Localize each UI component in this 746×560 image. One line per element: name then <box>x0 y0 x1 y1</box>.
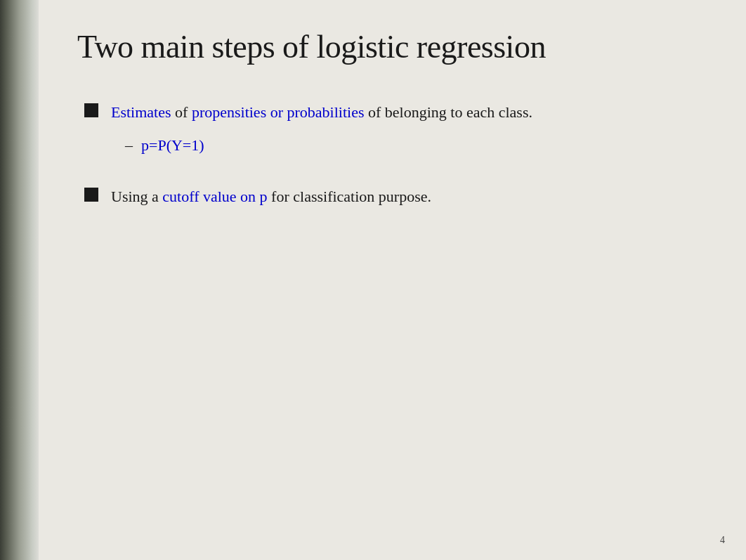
bullet-item-1: Estimates of propensities or probabiliti… <box>84 100 711 157</box>
bullet-icon-2 <box>84 188 98 202</box>
page-number: 4 <box>720 535 725 546</box>
propensities-text: propensities or probabilities <box>192 103 365 121</box>
slide-title: Two main steps of logistic regression <box>77 28 711 65</box>
bullet-item-2: Using a cutoff value on p for classifica… <box>84 185 711 208</box>
bullet-list: Estimates of propensities or probabiliti… <box>77 100 711 208</box>
bullet-icon-1 <box>84 103 98 117</box>
suffix-text-1: of belonging to each class. <box>368 103 532 121</box>
sub-bullet: – p=P(Y=1) <box>111 134 711 157</box>
cutoff-text: cutoff value on p <box>162 188 267 205</box>
dash-icon: – <box>125 134 133 157</box>
estimates-text: Estimates <box>111 103 171 121</box>
sub-bullet-text: p=P(Y=1) <box>141 134 204 157</box>
slide: Two main steps of logistic regression Es… <box>0 0 746 560</box>
bullet-text-2: Using a cutoff value on p for classifica… <box>111 185 711 208</box>
of-text-1: of <box>175 103 192 121</box>
left-bar <box>0 0 39 560</box>
suffix-text-2: for classification purpose. <box>271 188 431 205</box>
content-area: Two main steps of logistic regression Es… <box>39 0 746 560</box>
using-a-text: Using a <box>111 188 162 205</box>
bullet-text-1: Estimates of propensities or probabiliti… <box>111 100 711 157</box>
